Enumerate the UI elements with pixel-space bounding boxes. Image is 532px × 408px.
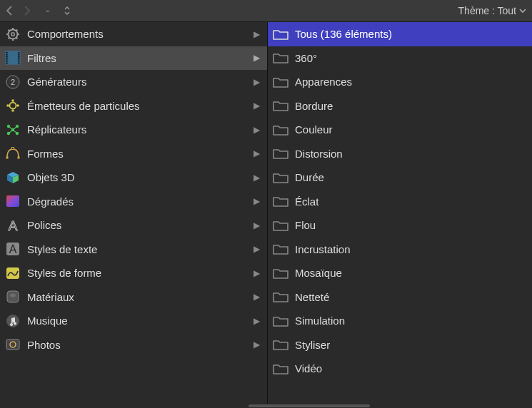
path-separator: - — [41, 4, 54, 17]
category-row-photos[interactable]: Photos ▶ — [0, 333, 267, 357]
disclosure-arrow-icon: ▶ — [254, 101, 263, 111]
svg-point-28 — [11, 109, 14, 112]
folder-icon — [272, 122, 289, 138]
subcategory-row[interactable]: Styliser — [268, 333, 532, 357]
category-row-styles-forme[interactable]: Styles de forme ▶ — [0, 261, 267, 285]
browser-columns: Comportements ▶ Filtres ▶ 2 Générateurs … — [0, 22, 532, 404]
category-label: Styles de forme — [27, 267, 248, 279]
disclosure-arrow-icon: ▶ — [254, 148, 263, 158]
subcategory-label: Bordure — [295, 100, 528, 112]
category-row-filtres[interactable]: Filtres ▶ — [0, 46, 267, 71]
subcategory-row[interactable]: Flou — [268, 213, 532, 238]
category-label: Générateurs — [27, 76, 248, 88]
subcategory-row[interactable]: Mosaïque — [268, 261, 532, 285]
folder-icon — [272, 98, 289, 113]
gear-icon — [4, 26, 21, 42]
subcategory-row[interactable]: Vidéo — [268, 357, 532, 381]
back-button[interactable] — [6, 5, 14, 16]
folder-icon — [272, 289, 289, 305]
subcategory-label: Distorsion — [295, 148, 528, 160]
subcategory-label: Durée — [295, 171, 528, 183]
folder-icon — [272, 26, 289, 42]
category-row-musique[interactable]: Musique ▶ — [0, 309, 267, 333]
subcategory-label: Flou — [295, 219, 528, 231]
folder-icon — [272, 218, 289, 233]
disclosure-arrow-icon: ▶ — [254, 220, 263, 230]
disclosure-arrow-icon: ▶ — [254, 173, 263, 183]
subcategory-label: Incrustation — [295, 243, 528, 255]
category-label: Musique — [27, 315, 248, 327]
subcategory-label: Netteté — [295, 291, 528, 303]
subcategory-label: Vidéo — [295, 362, 528, 374]
category-row-styles-texte[interactable]: A Styles de texte ▶ — [0, 238, 267, 262]
disclosure-arrow-icon: ▶ — [254, 316, 263, 326]
replicator-icon — [4, 122, 21, 138]
disclosure-arrow-icon: ▶ — [254, 244, 263, 254]
disclosure-arrow-icon: ▶ — [254, 29, 263, 39]
horizontal-scrollbar[interactable] — [0, 404, 532, 408]
category-label: Polices — [27, 219, 248, 231]
path-popup-button[interactable] — [64, 6, 71, 16]
subcategory-row[interactable]: Incrustation — [268, 238, 532, 262]
material-icon — [4, 289, 21, 305]
category-label: Filtres — [27, 52, 248, 64]
disclosure-arrow-icon: ▶ — [254, 196, 263, 206]
scrollbar-thumb[interactable] — [249, 404, 370, 407]
subcategory-row[interactable]: Simulation — [268, 309, 532, 333]
subcategory-label: Tous (136 éléments) — [295, 28, 528, 40]
subcategory-row[interactable]: Distorsion — [268, 142, 532, 166]
category-label: Formes — [27, 148, 248, 160]
subcategory-row[interactable]: 360° — [268, 46, 532, 71]
svg-rect-21 — [19, 61, 20, 62]
music-icon — [4, 313, 21, 329]
svg-rect-12 — [6, 52, 8, 53]
subcategory-label: Couleur — [295, 123, 528, 136]
emitter-icon — [4, 98, 21, 113]
category-row-comportements[interactable]: Comportements ▶ — [0, 22, 267, 46]
forward-button[interactable] — [23, 5, 31, 16]
folder-icon — [272, 74, 289, 90]
subcategory-label: Apparences — [295, 76, 528, 88]
subcategory-label: Simulation — [295, 315, 528, 327]
category-row-replicateurs[interactable]: Réplicateurs ▶ — [0, 118, 267, 142]
subcategory-label: Mosaïque — [295, 267, 528, 279]
category-row-emetteurs[interactable]: Émetteurs de particules ▶ — [0, 94, 267, 118]
subcategory-row[interactable]: Bordure — [268, 94, 532, 118]
svg-rect-18 — [6, 58, 8, 60]
svg-rect-11 — [9, 51, 18, 64]
subcategory-row[interactable]: Éclat — [268, 190, 532, 214]
subcategory-row[interactable]: Netteté — [268, 285, 532, 310]
subcategory-label: Styliser — [295, 339, 528, 351]
toolbar-left: - — [6, 4, 71, 17]
svg-rect-15 — [19, 54, 20, 56]
folder-icon — [272, 313, 289, 329]
subcategory-row[interactable]: Couleur — [268, 118, 532, 142]
disclosure-arrow-icon: ▶ — [254, 77, 263, 87]
svg-rect-40 — [12, 148, 14, 150]
category-row-objets3d[interactable]: Objets 3D ▶ — [0, 165, 267, 190]
svg-point-29 — [6, 104, 9, 107]
category-row-degrades[interactable]: Dégradés ▶ — [0, 190, 267, 214]
svg-line-7 — [9, 29, 10, 31]
svg-rect-16 — [6, 56, 8, 58]
toolbar: - Thème : Tout — [0, 0, 532, 22]
category-label: Styles de texte — [27, 243, 248, 255]
category-row-formes[interactable]: Formes ▶ — [0, 142, 267, 166]
cube3d-icon — [4, 170, 21, 185]
theme-dropdown[interactable]: Thème : Tout — [458, 5, 526, 16]
svg-point-50 — [10, 294, 16, 297]
folder-icon — [272, 241, 289, 257]
category-label: Photos — [27, 339, 248, 351]
filmstrip-icon — [4, 50, 21, 66]
category-label: Objets 3D — [27, 171, 248, 183]
svg-rect-17 — [19, 56, 20, 58]
subcategory-column: Tous (136 éléments) 360° Apparences Bord… — [268, 22, 532, 404]
folder-icon — [272, 146, 289, 161]
subcategory-row[interactable]: Tous (136 éléments) — [268, 22, 532, 46]
subcategory-row[interactable]: Apparences — [268, 70, 532, 94]
category-row-materiaux[interactable]: Matériaux ▶ — [0, 285, 267, 310]
subcategory-row[interactable]: Durée — [268, 165, 532, 190]
svg-point-26 — [10, 103, 16, 109]
category-row-polices[interactable]: A Polices ▶ — [0, 213, 267, 238]
category-row-generateurs[interactable]: 2 Générateurs ▶ — [0, 70, 267, 94]
